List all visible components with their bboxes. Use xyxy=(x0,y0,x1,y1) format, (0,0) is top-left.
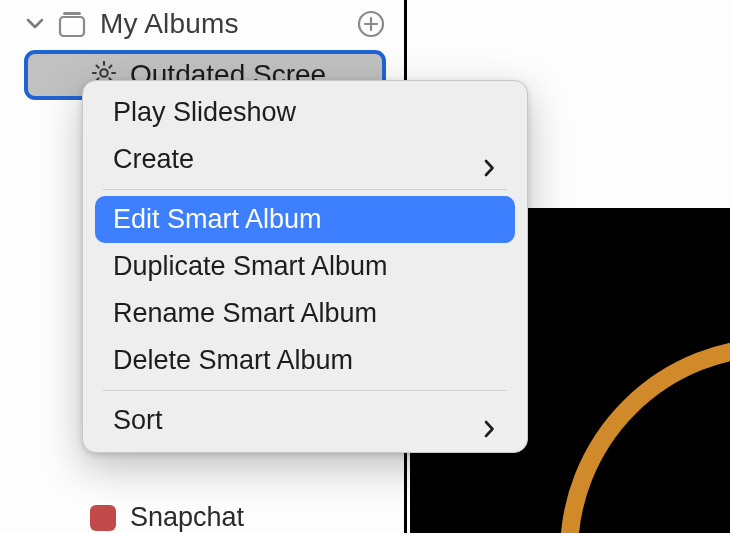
chevron-right-icon xyxy=(483,153,497,167)
album-label: Snapchat xyxy=(130,502,244,533)
section-title: My Albums xyxy=(100,8,342,40)
menu-item-label: Delete Smart Album xyxy=(113,345,353,376)
chevron-right-icon xyxy=(483,414,497,428)
menu-item-create[interactable]: Create xyxy=(83,136,527,183)
albums-stack-icon xyxy=(58,11,86,37)
menu-item-label: Duplicate Smart Album xyxy=(113,251,388,282)
menu-item-delete-smart-album[interactable]: Delete Smart Album xyxy=(83,337,527,384)
svg-rect-0 xyxy=(63,12,81,15)
menu-item-label: Edit Smart Album xyxy=(113,204,322,235)
add-album-button[interactable] xyxy=(356,9,386,39)
menu-item-edit-smart-album[interactable]: Edit Smart Album xyxy=(95,196,515,243)
sidebar-item-album-peek[interactable]: Snapchat xyxy=(90,502,244,533)
menu-separator xyxy=(103,189,507,190)
menu-item-label: Rename Smart Album xyxy=(113,298,377,329)
svg-point-3 xyxy=(100,69,107,76)
context-menu: Play Slideshow Create Edit Smart Album D… xyxy=(82,80,528,453)
menu-item-play-slideshow[interactable]: Play Slideshow xyxy=(83,89,527,136)
menu-item-label: Create xyxy=(113,144,194,175)
album-thumbnail xyxy=(90,505,116,531)
menu-item-label: Play Slideshow xyxy=(113,97,296,128)
albums-section-header[interactable]: My Albums xyxy=(0,0,404,48)
menu-separator xyxy=(103,390,507,391)
svg-rect-1 xyxy=(60,17,84,36)
menu-item-sort[interactable]: Sort xyxy=(83,397,527,444)
menu-item-label: Sort xyxy=(113,405,163,436)
chevron-down-icon[interactable] xyxy=(26,15,44,33)
photo-content-ring xyxy=(560,338,730,533)
menu-item-duplicate-smart-album[interactable]: Duplicate Smart Album xyxy=(83,243,527,290)
menu-item-rename-smart-album[interactable]: Rename Smart Album xyxy=(83,290,527,337)
